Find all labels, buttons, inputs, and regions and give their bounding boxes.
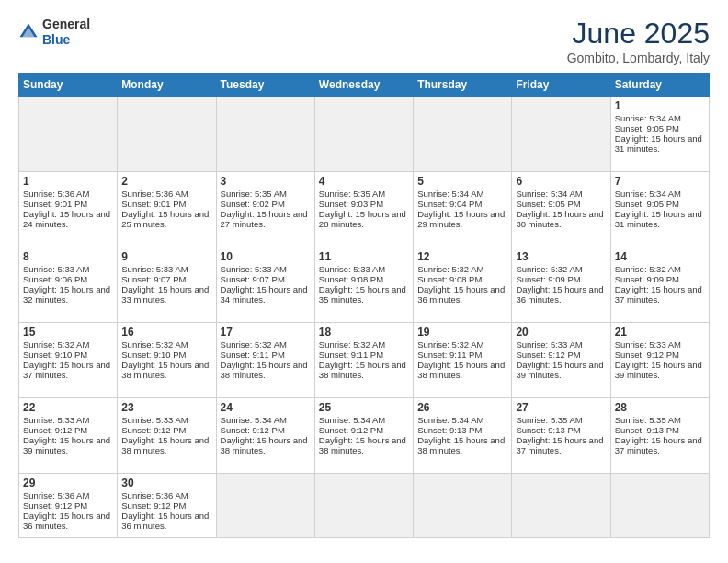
sunset-text: Sunset: 9:12 PM: [23, 425, 113, 435]
sunrise-text: Sunrise: 5:34 AM: [221, 415, 311, 425]
daylight-text: Daylight: 15 hours and 31 minutes.: [615, 133, 705, 154]
daylight-text: Daylight: 15 hours and 38 minutes.: [319, 360, 409, 380]
daylight-text: Daylight: 15 hours and 39 minutes.: [615, 360, 705, 380]
day-number: 1: [615, 99, 705, 112]
sunrise-text: Sunrise: 5:36 AM: [121, 490, 211, 500]
sunset-text: Sunset: 9:12 PM: [516, 350, 606, 360]
sunrise-text: Sunrise: 5:33 AM: [615, 339, 705, 350]
day-number: 22: [23, 401, 113, 414]
sunrise-text: Sunrise: 5:34 AM: [319, 415, 409, 425]
header-saturday: Saturday: [610, 74, 709, 97]
header-tuesday: Tuesday: [216, 74, 314, 97]
calendar-cell: 1Sunrise: 5:36 AMSunset: 9:01 PMDaylight…: [19, 172, 118, 247]
sunset-text: Sunset: 9:05 PM: [615, 123, 705, 133]
calendar-cell: [118, 97, 216, 172]
sunset-text: Sunset: 9:12 PM: [121, 425, 211, 435]
day-number: 16: [121, 326, 211, 339]
daylight-text: Daylight: 15 hours and 36 minutes.: [121, 511, 211, 531]
sunrise-text: Sunrise: 5:34 AM: [417, 189, 507, 199]
sunrise-text: Sunrise: 5:32 AM: [516, 264, 606, 274]
calendar-cell: 14Sunrise: 5:32 AMSunset: 9:09 PMDayligh…: [610, 247, 709, 323]
sunrise-text: Sunrise: 5:35 AM: [516, 415, 606, 425]
calendar-cell: 30Sunrise: 5:36 AMSunset: 9:12 PMDayligh…: [118, 474, 216, 538]
sunrise-text: Sunrise: 5:33 AM: [121, 264, 211, 274]
calendar-cell: [414, 97, 512, 172]
daylight-text: Daylight: 15 hours and 36 minutes.: [417, 284, 507, 304]
sunset-text: Sunset: 9:08 PM: [319, 274, 409, 284]
logo-icon: [18, 22, 39, 42]
calendar-cell: 18Sunrise: 5:32 AMSunset: 9:11 PMDayligh…: [314, 323, 413, 398]
day-number: 8: [23, 250, 113, 263]
sunset-text: Sunset: 9:04 PM: [417, 199, 507, 209]
daylight-text: Daylight: 15 hours and 37 minutes.: [615, 435, 705, 455]
month-title: June 2025: [567, 17, 710, 51]
sunrise-text: Sunrise: 5:33 AM: [23, 415, 113, 425]
sunrise-text: Sunrise: 5:32 AM: [23, 339, 113, 350]
daylight-text: Daylight: 15 hours and 37 minutes.: [615, 284, 705, 304]
day-number: 18: [319, 326, 409, 339]
calendar-cell: 10Sunrise: 5:33 AMSunset: 9:07 PMDayligh…: [216, 247, 314, 323]
sunrise-text: Sunrise: 5:36 AM: [23, 490, 113, 500]
daylight-text: Daylight: 15 hours and 33 minutes.: [121, 284, 211, 304]
sunset-text: Sunset: 9:09 PM: [615, 274, 705, 284]
calendar-cell: 2Sunrise: 5:36 AMSunset: 9:01 PMDaylight…: [118, 172, 216, 247]
calendar-cell: [216, 97, 314, 172]
sunrise-text: Sunrise: 5:32 AM: [417, 339, 507, 350]
calendar-cell: [314, 97, 413, 172]
daylight-text: Daylight: 15 hours and 39 minutes.: [516, 360, 606, 380]
calendar-cell: 6Sunrise: 5:34 AMSunset: 9:05 PMDaylight…: [512, 172, 610, 247]
sunset-text: Sunset: 9:06 PM: [23, 274, 113, 284]
calendar-cell: [610, 474, 709, 538]
day-number: 12: [417, 250, 507, 263]
daylight-text: Daylight: 15 hours and 34 minutes.: [221, 284, 311, 304]
sunset-text: Sunset: 9:13 PM: [417, 425, 507, 435]
calendar-cell: 15Sunrise: 5:32 AMSunset: 9:10 PMDayligh…: [19, 323, 118, 398]
day-number: 23: [121, 401, 211, 414]
calendar-cell: 22Sunrise: 5:33 AMSunset: 9:12 PMDayligh…: [19, 398, 118, 474]
sunrise-text: Sunrise: 5:36 AM: [23, 189, 113, 199]
sunset-text: Sunset: 9:05 PM: [516, 199, 606, 209]
logo: General Blue: [18, 17, 90, 48]
sunset-text: Sunset: 9:10 PM: [121, 350, 211, 360]
header-wednesday: Wednesday: [314, 74, 413, 97]
day-number: 13: [516, 250, 606, 263]
calendar-cell: [512, 474, 610, 538]
sunrise-text: Sunrise: 5:32 AM: [221, 339, 311, 350]
day-number: 1: [23, 175, 113, 188]
sunset-text: Sunset: 9:13 PM: [615, 425, 705, 435]
calendar-cell: 4Sunrise: 5:35 AMSunset: 9:03 PMDaylight…: [314, 172, 413, 247]
sunrise-text: Sunrise: 5:35 AM: [221, 189, 311, 199]
day-number: 21: [615, 326, 705, 339]
calendar-cell: 23Sunrise: 5:33 AMSunset: 9:12 PMDayligh…: [118, 398, 216, 474]
calendar-cell: [512, 97, 610, 172]
sunrise-text: Sunrise: 5:32 AM: [319, 339, 409, 350]
week-row-4: 15Sunrise: 5:32 AMSunset: 9:10 PMDayligh…: [19, 323, 710, 398]
calendar-cell: 25Sunrise: 5:34 AMSunset: 9:12 PMDayligh…: [314, 398, 413, 474]
sunset-text: Sunset: 9:07 PM: [121, 274, 211, 284]
calendar-cell: 1Sunrise: 5:34 AMSunset: 9:05 PMDaylight…: [610, 97, 709, 172]
day-number: 6: [516, 175, 606, 188]
sunrise-text: Sunrise: 5:34 AM: [516, 189, 606, 199]
daylight-text: Daylight: 15 hours and 24 minutes.: [23, 209, 113, 229]
sunrise-text: Sunrise: 5:33 AM: [121, 415, 211, 425]
daylight-text: Daylight: 15 hours and 29 minutes.: [417, 209, 507, 229]
header-thursday: Thursday: [414, 74, 512, 97]
sunset-text: Sunset: 9:11 PM: [417, 350, 507, 360]
sunset-text: Sunset: 9:01 PM: [121, 199, 211, 209]
sunset-text: Sunset: 9:02 PM: [221, 199, 311, 209]
daylight-text: Daylight: 15 hours and 28 minutes.: [319, 209, 409, 229]
calendar-cell: 16Sunrise: 5:32 AMSunset: 9:10 PMDayligh…: [118, 323, 216, 398]
sunrise-text: Sunrise: 5:36 AM: [121, 189, 211, 199]
daylight-text: Daylight: 15 hours and 31 minutes.: [615, 209, 705, 229]
calendar-cell: 13Sunrise: 5:32 AMSunset: 9:09 PMDayligh…: [512, 247, 610, 323]
day-number: 7: [615, 175, 705, 188]
day-number: 20: [516, 326, 606, 339]
daylight-text: Daylight: 15 hours and 38 minutes.: [121, 435, 211, 455]
calendar-cell: [314, 474, 413, 538]
sunset-text: Sunset: 9:12 PM: [615, 350, 705, 360]
daylight-text: Daylight: 15 hours and 27 minutes.: [221, 209, 311, 229]
day-number: 17: [221, 326, 311, 339]
day-number: 15: [23, 326, 113, 339]
calendar-cell: 24Sunrise: 5:34 AMSunset: 9:12 PMDayligh…: [216, 398, 314, 474]
week-row-6: 29Sunrise: 5:36 AMSunset: 9:12 PMDayligh…: [19, 474, 710, 538]
